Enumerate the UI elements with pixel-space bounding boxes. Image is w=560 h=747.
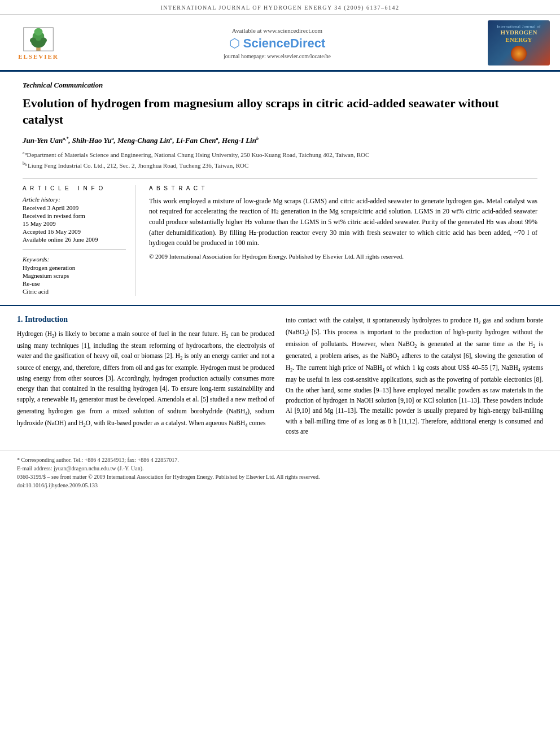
affil-b: bᵇLiung Feng Industrial Co. Ltd., 212, S…: [23, 160, 537, 170]
elsevier-tree-icon: [21, 27, 55, 52]
author-juan: Jun-Yen Uana,*,: [23, 136, 70, 145]
online-date: Available online 26 June 2009: [23, 236, 126, 243]
revised-label: Received in revised form: [23, 212, 126, 219]
keywords-label: Keywords:: [23, 256, 126, 263]
section1-right-text: into contact with the catalyst, it spont…: [286, 315, 543, 437]
journal-header-text: INTERNATIONAL JOURNAL OF HYDROGEN ENERGY…: [160, 5, 399, 11]
abstract-body: This work employed a mixture of low-grad…: [149, 196, 537, 248]
body-section: 1. Introduction Hydrogen (H2) is likely …: [0, 305, 560, 451]
svg-point-5: [41, 37, 47, 42]
article-title: Evolution of hydrogen from magnesium all…: [23, 95, 537, 128]
article-content: Technical Communication Evolution of hyd…: [0, 72, 560, 305]
page: INTERNATIONAL JOURNAL OF HYDROGEN ENERGY…: [0, 0, 560, 747]
keyword-4: Citric acid: [23, 288, 126, 295]
svg-point-4: [30, 37, 36, 42]
he-title: HYDROGEN ENERGY: [501, 29, 537, 43]
molecule-icon: ⬡: [229, 36, 240, 51]
article-history: Article history: Received 3 April 2009 R…: [23, 196, 126, 243]
svg-point-3: [34, 28, 43, 35]
author-yu: Shih-Hao Yua,: [72, 136, 116, 145]
header-row: ELSEVIER Available at www.sciencedirect.…: [0, 15, 560, 72]
abstract-heading: A B S T R A C T: [149, 185, 537, 191]
keyword-1: Hydrogen generation: [23, 264, 126, 271]
history-label: Article history:: [23, 196, 126, 203]
affiliations: aᵃDepartment of Materials Science and En…: [23, 150, 537, 170]
abstract-col: A B S T R A C T This work employed a mix…: [149, 185, 537, 296]
footnote-email: E-mail address: jyuan@dragon.nchu.edu.tw…: [17, 464, 543, 473]
he-intl-text: International Journal of: [497, 24, 541, 29]
footnote-doi: doi:10.1016/j.ijhydene.2009.05.133: [17, 481, 543, 490]
footnote-area: * Corresponding author. Tel.: +886 4 228…: [0, 451, 560, 494]
accepted-date: Accepted 16 May 2009: [23, 228, 126, 235]
article-info-abstract-cols: A R T I C L E I N F O Article history: R…: [23, 178, 537, 296]
article-info-col: A R T I C L E I N F O Article history: R…: [23, 185, 135, 296]
journal-homepage: journal homepage: www.elsevier.com/locat…: [78, 53, 476, 59]
author-lin-hi: Heng-I Linb: [222, 136, 259, 145]
info-divider: [23, 250, 126, 250]
hydrogen-energy-logo: International Journal of HYDROGEN ENERGY: [488, 20, 550, 65]
keyword-3: Re-use: [23, 280, 126, 287]
abstract-copyright: © 2009 International Association for Hyd…: [149, 253, 537, 260]
author-chen: Li-Fan Chena,: [176, 136, 222, 145]
section1-heading: 1. Introduction: [17, 315, 274, 324]
article-info-heading: A R T I C L E I N F O: [23, 185, 126, 191]
section1-left-text: Hydrogen (H2) is likely to become a main…: [17, 329, 274, 430]
body-col-right: into contact with the catalyst, it spont…: [286, 315, 543, 442]
center-header: Available at www.sciencedirect.com ⬡ Sci…: [67, 27, 488, 59]
revised-date: 15 May 2009: [23, 220, 126, 227]
elsevier-logo: ELSEVIER: [10, 23, 67, 63]
sciencedirect-logo: ⬡ ScienceDirect: [78, 36, 476, 51]
footnote-issn: 0360-3199/$ – see front matter © 2009 In…: [17, 473, 543, 481]
sciencedirect-label: ScienceDirect: [243, 36, 326, 51]
body-col-left: 1. Introduction Hydrogen (H2) is likely …: [17, 315, 274, 442]
he-circle-icon: [511, 46, 527, 62]
footnote-corresponding: * Corresponding author. Tel.: +886 4 228…: [17, 456, 543, 464]
affil-a: aᵃDepartment of Materials Science and En…: [23, 150, 537, 159]
journal-header: INTERNATIONAL JOURNAL OF HYDROGEN ENERGY…: [0, 0, 560, 15]
keyword-2: Magnesium scraps: [23, 272, 126, 279]
elsevier-label: ELSEVIER: [18, 53, 59, 60]
article-type: Technical Communication: [23, 81, 537, 90]
authors-line: Jun-Yen Uana,*, Shih-Hao Yua, Meng-Chang…: [23, 136, 537, 145]
author-lin-mc: Meng-Chang Lina,: [117, 136, 174, 145]
keywords-section: Keywords: Hydrogen generation Magnesium …: [23, 256, 126, 295]
received-date: Received 3 April 2009: [23, 204, 126, 211]
available-text: Available at www.sciencedirect.com: [78, 27, 476, 34]
